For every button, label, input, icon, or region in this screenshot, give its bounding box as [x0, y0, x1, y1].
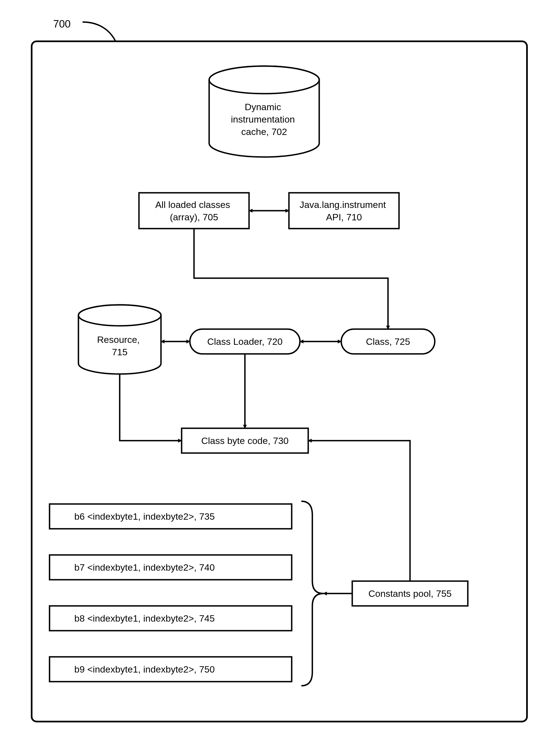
- svg-point-1: [209, 66, 319, 94]
- node-class-loader-720: Class Loader, 720: [190, 329, 300, 354]
- klass-l1: Class, 725: [366, 336, 410, 347]
- edge-705-725: [194, 229, 388, 329]
- node-op-750: b9 <indexbyte1, indexbyte2>, 750: [50, 657, 292, 682]
- node-resource-715: Resource, 715: [78, 305, 161, 374]
- node-op-740: b7 <indexbyte1, indexbyte2>, 740: [50, 555, 292, 580]
- instrApi-l1: Java.lang.instrument: [299, 200, 386, 210]
- allLoaded-l2: (array), 705: [170, 212, 218, 222]
- cache-l2: instrumentation: [231, 114, 295, 124]
- node-constants-pool-755: Constants pool, 755: [352, 581, 468, 606]
- constPool-l1: Constants pool, 755: [368, 588, 452, 599]
- svg-text:Class Loader, 720: Class Loader, 720: [207, 336, 283, 347]
- svg-text:Class byte code, 730: Class byte code, 730: [201, 436, 289, 446]
- edge-755-730: [308, 441, 410, 581]
- node-class-725: Class, 725: [341, 329, 435, 354]
- svg-text:Class, 725: Class, 725: [366, 336, 410, 347]
- node-instrument-api-710: Java.lang.instrument API, 710: [289, 193, 399, 229]
- op750-l1: b9 <indexbyte1, indexbyte2>, 750: [74, 664, 215, 675]
- node-all-loaded-705: All loaded classes (array), 705: [139, 193, 249, 229]
- cache-l3: cache, 702: [241, 126, 287, 137]
- node-op-745: b8 <indexbyte1, indexbyte2>, 745: [50, 606, 292, 631]
- svg-text:b6 <indexbyte1, indexbyte2>, 7: b6 <indexbyte1, indexbyte2>, 735: [74, 511, 215, 522]
- svg-rect-3: [139, 193, 249, 229]
- edge-715-730: [120, 374, 181, 441]
- svg-text:b7 <indexbyte1, indexbyte2>, 7: b7 <indexbyte1, indexbyte2>, 740: [74, 562, 215, 572]
- node-bytecode-730: Class byte code, 730: [181, 428, 308, 453]
- op745-l1: b8 <indexbyte1, indexbyte2>, 745: [74, 613, 215, 624]
- svg-rect-5: [289, 193, 399, 229]
- svg-text:Constants pool, 755: Constants pool, 755: [368, 588, 452, 599]
- op740-l1: b7 <indexbyte1, indexbyte2>, 740: [74, 562, 215, 572]
- loader-l1: Class Loader, 720: [207, 336, 283, 347]
- cache-l1: Dynamic: [245, 102, 281, 112]
- instrApi-l2: API, 710: [326, 212, 362, 222]
- resource-l2: 715: [112, 347, 128, 357]
- resource-l1: Resource,: [97, 334, 140, 345]
- svg-text:b8 <indexbyte1, indexbyte2>, 7: b8 <indexbyte1, indexbyte2>, 745: [74, 613, 215, 624]
- allLoaded-l1: All loaded classes: [155, 200, 230, 210]
- svg-text:b9 <indexbyte1, indexbyte2>, 7: b9 <indexbyte1, indexbyte2>, 750: [74, 664, 215, 675]
- svg-point-8: [78, 305, 161, 326]
- node-cache-702: Dynamic instrumentation cache, 702: [209, 66, 319, 157]
- figure-label: 700: [53, 18, 70, 30]
- figure-leader: [82, 22, 116, 41]
- bytecode-l1: Class byte code, 730: [201, 436, 289, 446]
- node-op-735: b6 <indexbyte1, indexbyte2>, 735: [50, 504, 292, 529]
- op735-l1: b6 <indexbyte1, indexbyte2>, 735: [74, 511, 215, 522]
- opcode-brace: [301, 501, 323, 686]
